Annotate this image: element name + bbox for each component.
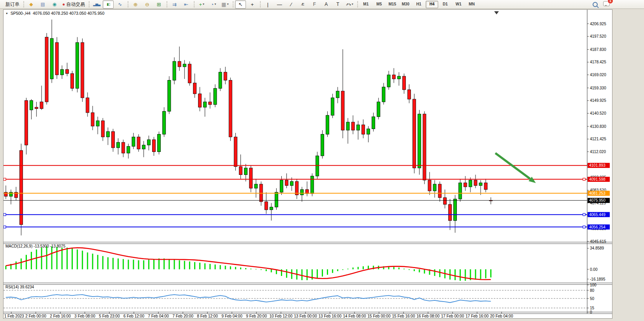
time-label: 15 Feb 16:00 (392, 314, 415, 318)
timeframe-button-M1[interactable]: M1 (360, 1, 372, 8)
chart-canvas[interactable]: 4206.9254197.5204187.8304178.4254169.020… (4, 10, 612, 318)
hline-handle[interactable] (4, 213, 6, 216)
time-label: 1 Feb 2023 (4, 314, 24, 318)
svg-text:-16.1895: -16.1895 (590, 277, 605, 281)
candlestick-chart-icon[interactable]: ▮▯ (103, 0, 114, 9)
time-label: 16 Feb 08:00 (417, 314, 440, 318)
signals-icon-glyph: ◉ (53, 2, 56, 7)
hline-handle[interactable] (4, 226, 6, 228)
time-label: 14 Feb 08:00 (343, 314, 366, 318)
equidistant-channel-icon[interactable]: ∕E (297, 0, 308, 9)
svg-text:50: 50 (590, 297, 595, 301)
timeframe-button-H4[interactable]: H4 (426, 1, 438, 8)
period-icon-glyph: ◔ (211, 2, 214, 7)
text-icon[interactable]: A (321, 0, 332, 9)
svg-text:4149.925: 4149.925 (590, 98, 606, 103)
ohlc-values-label: 4076.050 4078.250 4073.050 4075.950 (33, 11, 104, 16)
fibonacci-icon[interactable]: F (309, 0, 320, 9)
svg-text:15: 15 (590, 306, 595, 310)
svg-text:4112.020: 4112.020 (590, 150, 606, 154)
time-label: 13 Feb 16:00 (319, 314, 342, 318)
crosshair-icon[interactable]: + (247, 0, 258, 9)
svg-text:4130.830: 4130.830 (590, 124, 606, 129)
bar-chart-icon[interactable]: ▂▅▃ (91, 0, 102, 9)
svg-text:4197.520: 4197.520 (590, 34, 606, 38)
svg-text:0.00: 0.00 (590, 267, 598, 272)
time-label: 20 Feb 04:00 (490, 314, 513, 318)
toolbar-group-1: ◆▤◉●自动交易 (23, 0, 88, 9)
cursor-icon[interactable]: ↖ (235, 0, 246, 9)
time-label: 2 Feb 00:00 (25, 314, 46, 318)
search-icon[interactable] (593, 2, 598, 7)
bar-chart-icon-glyph: ▂▅▃ (93, 3, 100, 6)
svg-text:4187.830: 4187.830 (590, 47, 606, 52)
timeframe-button-H1[interactable]: H1 (412, 1, 425, 8)
hline-handle[interactable] (583, 213, 585, 216)
timeframe-button-M5[interactable]: M5 (373, 1, 385, 8)
svg-text:4159.330: 4159.330 (590, 86, 606, 90)
timeframe-button-MN[interactable]: MN (465, 1, 478, 8)
timeframe-button-W1[interactable]: W1 (452, 1, 465, 8)
autotrading-button[interactable]: ●自动交易 (61, 0, 86, 9)
metaeditor-icon[interactable]: ▤ (37, 0, 48, 9)
line-chart-icon[interactable]: ∿ (114, 0, 125, 9)
arrows-icon-glyph: ⇗⇘ (346, 3, 351, 6)
text-label-icon[interactable]: T (332, 0, 343, 9)
hline-handle[interactable] (4, 178, 6, 180)
auto-scroll-icon[interactable]: ⇉ (169, 0, 180, 9)
collapse-ohlc-button[interactable]: ▼ (5, 12, 8, 15)
new-chart-icon[interactable]: +▾ (196, 0, 207, 9)
text-icon-glyph: A (325, 2, 328, 7)
timeframe-button-M30[interactable]: M30 (399, 1, 412, 8)
time-label: 2 Feb 16:00 (50, 314, 71, 318)
horizontal-line-icon[interactable]: — (274, 0, 285, 9)
toolbar-group-4: ⇉⇤ (166, 0, 193, 9)
hline-handle[interactable] (583, 178, 585, 180)
metaquotes-icon[interactable]: ◆ (26, 0, 37, 9)
svg-text:4075.950: 4075.950 (589, 198, 605, 202)
chart-window: 4206.9254197.5204187.8304178.4254169.020… (3, 9, 612, 319)
equidistant-channel-icon-glyph: ∕E (302, 3, 304, 6)
timeframe-button-M15[interactable]: M15 (386, 1, 398, 8)
signals-icon[interactable]: ◉ (49, 0, 60, 9)
time-label: 17 Feb 16:00 (466, 314, 489, 318)
tile-windows-icon[interactable]: ⊞ (153, 0, 164, 9)
macd-values: -13.5300 -13.8075 (33, 244, 65, 248)
template-icon-dropdown[interactable]: ▾ (227, 3, 228, 6)
candlestick-chart-icon-glyph: ▮▯ (107, 3, 110, 6)
autotrading-button-glyph: ● (62, 2, 65, 7)
toolbar-group-0: 新订单 (1, 0, 23, 9)
svg-text:4121.425: 4121.425 (590, 137, 606, 141)
main-toolbar: 新订单◆▤◉●自动交易▂▅▃▮▯∿⊕⊖⊞⇉⇤+▾◔▾▦▾↖+|—∕∕EFAT⇗⇘… (0, 0, 644, 9)
fibonacci-icon-glyph: F (313, 2, 316, 7)
hline-handle[interactable] (583, 226, 585, 228)
chart-shift-icon[interactable]: ⇤ (181, 0, 191, 9)
svg-text:100: 100 (590, 283, 597, 287)
arrows-icon[interactable]: ⇗⇘▾ (344, 0, 355, 9)
svg-text:4169.020: 4169.020 (590, 73, 606, 77)
zoom-in-icon[interactable]: ⊕ (130, 0, 141, 9)
toolbar-right-tools: 1 (593, 1, 610, 8)
trendline-icon[interactable]: ∕ (286, 0, 297, 9)
template-icon[interactable]: ▦▾ (219, 0, 230, 9)
toolbar-group-2: ▂▅▃▮▯∿ (88, 0, 127, 9)
timeframe-button-D1[interactable]: D1 (439, 1, 451, 8)
period-icon-dropdown[interactable]: ▾ (214, 3, 216, 6)
time-label: 8 Feb 12:00 (197, 314, 218, 318)
vertical-line-icon[interactable]: | (262, 0, 273, 9)
auto-scroll-icon-glyph: ⇉ (172, 2, 177, 7)
svg-text:34.8589: 34.8589 (590, 246, 604, 250)
new-order-button[interactable]: 新订单 (4, 0, 21, 9)
rsi-name: RSI(14) (5, 285, 19, 289)
notifications-button[interactable]: 1 (603, 1, 610, 8)
arrows-icon-dropdown[interactable]: ▾ (352, 3, 353, 6)
tile-windows-icon-glyph: ⊞ (157, 2, 161, 7)
svg-text:4081.253: 4081.253 (589, 191, 605, 195)
new-chart-icon-dropdown[interactable]: ▾ (203, 3, 204, 6)
svg-text:0: 0 (590, 310, 592, 314)
zoom-out-icon[interactable]: ⊖ (142, 0, 153, 9)
time-label: 7 Feb 20:00 (172, 314, 193, 318)
time-label: 17 Feb 00:00 (441, 314, 464, 318)
new-order-button-label: 新订单 (5, 2, 19, 7)
period-icon[interactable]: ◔▾ (208, 0, 219, 9)
